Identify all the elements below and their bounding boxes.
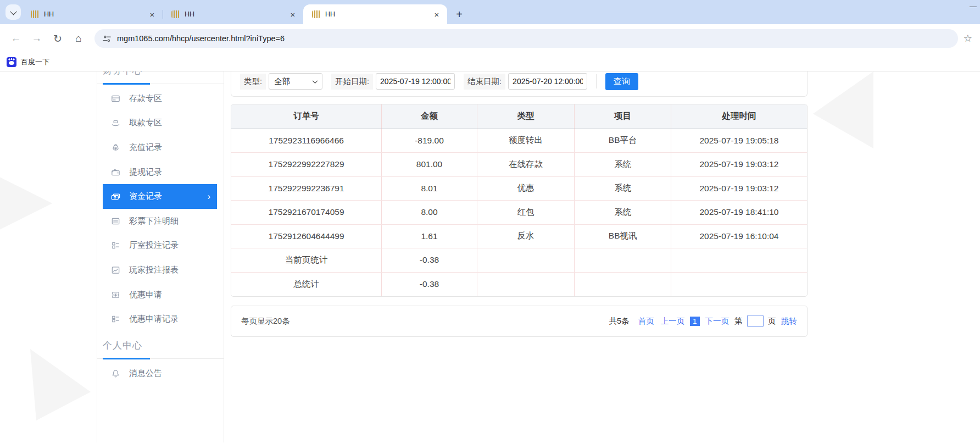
tab-1[interactable]: HH × <box>22 4 163 24</box>
column-header: 金额 <box>382 104 477 129</box>
back-icon[interactable]: ← <box>7 29 25 48</box>
address-bar[interactable]: mgm1065.com/hhcp/usercenter.html?iniType… <box>94 29 958 48</box>
total-count-text: 共5条 <box>609 316 629 326</box>
pagination-controls: 共5条 首页 上一页 1 下一页 第 页 跳转 <box>609 315 797 327</box>
site-favicon <box>171 10 180 18</box>
table-cell <box>671 248 807 273</box>
section-title: 财务中心 <box>97 71 224 84</box>
baidu-favicon <box>7 57 16 67</box>
table-cell: 2025-07-19 19:05:18 <box>671 129 807 153</box>
window-minimize-icon[interactable]: — <box>970 2 977 10</box>
table-body: 1752923116966466-819.00额度转出BB平台2025-07-1… <box>231 129 807 296</box>
table-cell <box>477 248 575 273</box>
recharge-bag-icon <box>110 142 121 153</box>
query-button[interactable]: 查询 <box>605 73 638 90</box>
table-cell <box>477 272 575 296</box>
sidebar-item-资金记录[interactable]: 资金记录› <box>103 184 217 209</box>
close-icon[interactable]: × <box>432 9 442 19</box>
browser-toolbar: ← → ↻ ⌂ mgm1065.com/hhcp/usercenter.html… <box>0 24 980 53</box>
sidebar-item-优惠申请记录[interactable]: 优惠申请记录 <box>103 307 217 331</box>
table-cell: 1.61 <box>382 224 477 248</box>
sidebar-item-彩票下注明细[interactable]: 彩票下注明细 <box>103 209 217 234</box>
jump-label-before: 第 <box>734 316 743 326</box>
table-header-row: 订单号金额类型项目处理时间 <box>231 104 807 129</box>
table-cell: 2025-07-19 19:03:12 <box>671 153 807 177</box>
decorative-triangle <box>0 162 52 245</box>
sidebar: 财务中心存款专区取款专区充值记录提现记录资金记录›彩票下注明细厅室投注记录玩家投… <box>97 71 224 442</box>
sidebar-item-label: 取款专区 <box>129 118 162 128</box>
tab-title: HH <box>44 10 147 18</box>
next-page-link[interactable]: 下一页 <box>705 316 730 326</box>
decorative-triangle <box>813 71 873 148</box>
home-icon[interactable]: ⌂ <box>69 29 88 48</box>
filter-row: 类型: 全部 开始日期: 结束日期: 查询 <box>240 73 798 90</box>
jump-button[interactable]: 跳转 <box>781 316 797 326</box>
sidebar-item-玩家投注报表[interactable]: 玩家投注报表 <box>103 258 217 283</box>
bookmark-star-icon[interactable]: ☆ <box>964 32 972 45</box>
tab-search-button[interactable] <box>5 4 21 20</box>
main-content: 类型: 全部 开始日期: 结束日期: 查询 <box>231 71 808 337</box>
sidebar-item-提现记录[interactable]: 提现记录 <box>103 160 217 185</box>
table-cell: 优惠 <box>477 176 575 201</box>
close-icon[interactable]: × <box>147 9 157 19</box>
table-cell: 801.00 <box>382 153 477 177</box>
sidebar-item-label: 存款专区 <box>129 93 162 104</box>
start-date-input[interactable] <box>376 73 455 90</box>
summary-row: 总统计-0.38 <box>231 272 807 296</box>
page-size-text: 每页显示20条 <box>241 316 290 326</box>
table-cell: 反水 <box>477 224 575 248</box>
column-header: 处理时间 <box>671 104 807 129</box>
table-cell <box>671 272 807 296</box>
bookmark-item-baidu[interactable]: 百度一下 <box>21 57 49 67</box>
player-report-icon <box>110 265 121 275</box>
funds-record-icon <box>110 191 121 202</box>
url-text[interactable]: mgm1065.com/hhcp/usercenter.html?iniType… <box>117 34 285 43</box>
section-title: 个人中心 <box>97 339 224 359</box>
table-cell: 系统 <box>575 153 671 177</box>
pagination-bar: 每页显示20条 共5条 首页 上一页 1 下一页 第 页 跳转 <box>231 306 808 337</box>
promo-record-icon <box>110 314 121 324</box>
active-arrow-icon: › <box>208 192 210 202</box>
start-date-label: 开始日期: <box>331 74 373 90</box>
tab-2[interactable]: HH × <box>163 4 303 24</box>
table-cell <box>575 248 671 273</box>
site-settings-icon[interactable] <box>102 34 112 43</box>
sidebar-item-存款专区[interactable]: 存款专区 <box>103 86 217 111</box>
column-header: 订单号 <box>231 104 382 129</box>
table-cell: 1752912604644499 <box>231 224 382 248</box>
table-cell: 总统计 <box>231 272 382 296</box>
table-cell: 2025-07-19 16:10:04 <box>671 224 807 248</box>
summary-row: 当前页统计-0.38 <box>231 248 807 273</box>
sidebar-item-充值记录[interactable]: 充值记录 <box>103 135 217 160</box>
table-cell: 额度转出 <box>477 129 575 153</box>
filter-bar: 类型: 全部 开始日期: 结束日期: 查询 <box>231 71 808 97</box>
sidebar-item-label: 消息公告 <box>129 368 162 379</box>
tab-strip: HH × HH × HH × + — <box>0 0 980 24</box>
new-tab-button[interactable]: + <box>452 7 467 22</box>
table-cell: 系统 <box>575 201 671 225</box>
prev-page-link[interactable]: 上一页 <box>660 316 684 326</box>
first-page-link[interactable]: 首页 <box>638 316 654 326</box>
tab-title: HH <box>325 10 432 18</box>
sidebar-item-取款专区[interactable]: 取款专区 <box>103 111 217 136</box>
table-cell: 2025-07-19 18:41:10 <box>671 201 807 225</box>
tab-3-active[interactable]: HH × <box>303 4 447 24</box>
current-page-badge[interactable]: 1 <box>690 317 700 326</box>
reload-icon[interactable]: ↻ <box>48 29 67 48</box>
forward-icon[interactable]: → <box>27 29 46 48</box>
type-select-value: 全部 <box>274 76 290 87</box>
sidebar-item-label: 玩家投注报表 <box>129 265 179 275</box>
jump-label-after: 页 <box>768 316 776 326</box>
close-icon[interactable]: × <box>288 9 298 19</box>
column-header: 项目 <box>575 104 671 129</box>
end-date-label: 结束日期: <box>464 74 505 90</box>
page-jump-input[interactable] <box>747 315 764 327</box>
table-cell: 系统 <box>575 176 671 201</box>
end-date-input[interactable] <box>508 73 587 90</box>
sidebar-item-厅室投注记录[interactable]: 厅室投注记录 <box>103 234 217 258</box>
sidebar-item-优惠申请[interactable]: 优惠申请 <box>103 283 217 307</box>
menu-list: 存款专区取款专区充值记录提现记录资金记录›彩票下注明细厅室投注记录玩家投注报表优… <box>97 84 224 331</box>
sidebar-item-label: 资金记录 <box>129 191 162 202</box>
type-select[interactable]: 全部 <box>269 73 322 90</box>
sidebar-item-消息公告[interactable]: 消息公告 <box>103 361 217 386</box>
